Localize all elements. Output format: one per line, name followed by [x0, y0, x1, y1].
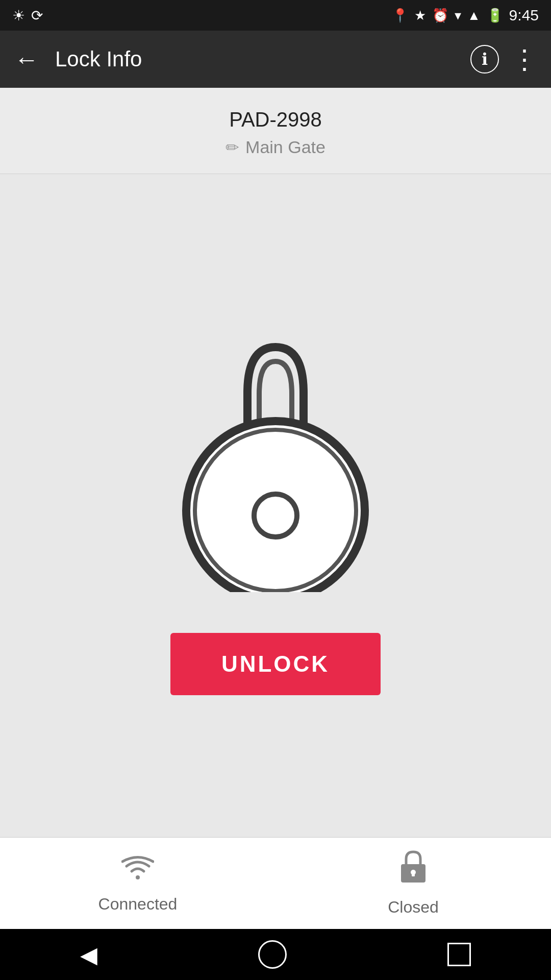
wifi-connected-icon: [121, 853, 154, 889]
location-icon: 📍: [392, 8, 408, 23]
battery-icon: 🔋: [487, 8, 503, 23]
lock-name-row: ✏ Main Gate: [0, 137, 551, 157]
lock-visual-area: UNLOCK: [0, 174, 551, 837]
page-title: Lock Info: [55, 47, 454, 71]
alarm-icon: ⏰: [432, 8, 448, 23]
connection-status: Connected: [0, 853, 276, 914]
recent-apps-button[interactable]: [447, 943, 471, 966]
lock-id: PAD-2998: [0, 108, 551, 131]
status-bar-left: ☀ ⟳: [12, 7, 43, 24]
lock-header: PAD-2998 ✏ Main Gate: [0, 88, 551, 174]
lock-closed-icon: [399, 850, 428, 892]
wifi-signal-icon: ▾: [455, 8, 461, 23]
sun-icon: ☀: [12, 7, 25, 24]
info-button[interactable]: ℹ: [470, 45, 499, 74]
connected-label: Connected: [98, 895, 178, 914]
edit-icon[interactable]: ✏: [226, 138, 239, 157]
svg-point-3: [136, 875, 140, 879]
lock-name: Main Gate: [245, 137, 325, 157]
nav-bar: ◀: [0, 929, 551, 980]
status-bar: ☀ ⟳ 📍 ★ ⏰ ▾ ▲ 🔋 9:45: [0, 0, 551, 31]
app-bar-actions: ℹ ⋮: [470, 44, 537, 75]
status-bar-right: 📍 ★ ⏰ ▾ ▲ 🔋 9:45: [392, 7, 539, 24]
lock-status: Closed: [276, 850, 551, 917]
back-nav-button[interactable]: ◀: [80, 942, 97, 968]
lock-icon-svg: [399, 850, 428, 885]
wifi-icon-svg: [121, 855, 154, 881]
back-button[interactable]: ←: [14, 45, 39, 74]
cell-signal-icon: ▲: [467, 8, 481, 23]
app-bar: ← Lock Info ℹ ⋮: [0, 31, 551, 88]
svg-rect-6: [412, 872, 415, 876]
svg-point-1: [195, 430, 356, 591]
padlock-illustration: [179, 316, 372, 592]
status-time: 9:45: [509, 7, 539, 24]
bluetooth-icon: ★: [414, 8, 426, 23]
more-options-button[interactable]: ⋮: [511, 44, 537, 75]
padlock-svg: [179, 316, 372, 592]
home-nav-button[interactable]: [258, 940, 287, 969]
status-bottom-bar: Connected Closed: [0, 837, 551, 929]
sync-icon: ⟳: [31, 7, 43, 24]
closed-label: Closed: [388, 898, 439, 917]
unlock-button[interactable]: UNLOCK: [170, 633, 381, 695]
